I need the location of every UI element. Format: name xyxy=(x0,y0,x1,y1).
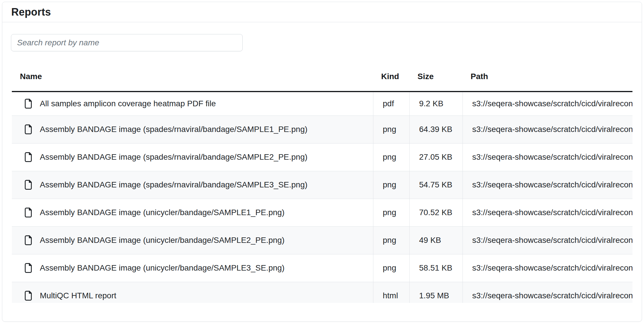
report-name: Assembly BANDAGE image (spades/rnaviral/… xyxy=(40,180,308,189)
file-icon xyxy=(23,207,33,218)
report-size: 58.51 KB xyxy=(409,254,463,282)
report-kind: png xyxy=(373,171,409,199)
table-row[interactable]: Assembly BANDAGE image (unicycler/bandag… xyxy=(12,226,632,254)
table-row[interactable]: Assembly BANDAGE image (spades/rnaviral/… xyxy=(12,143,632,171)
page-title: Reports xyxy=(11,6,51,18)
file-icon xyxy=(23,179,33,190)
report-kind: png xyxy=(373,143,409,171)
report-path: s3://seqera-showcase/scratch/cicd/viralr… xyxy=(463,171,632,199)
report-kind: png xyxy=(373,226,409,254)
reports-table: Name Kind Size Path All samples amplicon… xyxy=(12,62,632,303)
search-input[interactable] xyxy=(11,34,243,51)
reports-card: Reports Name Kind Size Path xyxy=(2,2,642,322)
report-size: 49 KB xyxy=(409,226,463,254)
col-header-path: Path xyxy=(463,62,632,92)
table-header-row: Name Kind Size Path xyxy=(12,62,632,92)
report-path: s3://seqera-showcase/scratch/cicd/viralr… xyxy=(463,143,632,171)
col-header-size: Size xyxy=(409,62,463,92)
file-icon xyxy=(23,235,33,246)
report-path: s3://seqera-showcase/scratch/cicd/viralr… xyxy=(463,226,632,254)
table-row[interactable]: MultiQC HTML report html 1.95 MB s3://se… xyxy=(12,282,632,303)
table-row[interactable]: Assembly BANDAGE image (unicycler/bandag… xyxy=(12,254,632,282)
card-header: Reports xyxy=(2,2,642,22)
reports-table-container[interactable]: Name Kind Size Path All samples amplicon… xyxy=(12,62,632,303)
report-name: MultiQC HTML report xyxy=(40,291,116,300)
report-size: 1.95 MB xyxy=(409,282,463,303)
col-header-kind: Kind xyxy=(373,62,409,92)
file-icon xyxy=(23,98,33,109)
report-name: Assembly BANDAGE image (spades/rnaviral/… xyxy=(40,152,308,162)
report-kind: pdf xyxy=(373,92,409,116)
table-row[interactable]: Assembly BANDAGE image (spades/rnaviral/… xyxy=(12,116,632,143)
file-icon xyxy=(23,152,33,163)
report-name: Assembly BANDAGE image (unicycler/bandag… xyxy=(40,263,284,273)
report-path: s3://seqera-showcase/scratch/cicd/viralr… xyxy=(463,282,632,303)
report-size: 54.75 KB xyxy=(409,171,463,199)
report-path: s3://seqera-showcase/scratch/cicd/viralr… xyxy=(463,116,632,143)
file-icon xyxy=(23,262,33,273)
table-row[interactable]: Assembly BANDAGE image (spades/rnaviral/… xyxy=(12,171,632,199)
report-size: 9.2 KB xyxy=(409,92,463,116)
report-path: s3://seqera-showcase/scratch/cicd/viralr… xyxy=(463,254,632,282)
table-row[interactable]: All samples amplicon coverage heatmap PD… xyxy=(12,92,632,116)
report-kind: png xyxy=(373,116,409,143)
report-path: s3://seqera-showcase/scratch/cicd/viralr… xyxy=(463,92,632,116)
report-size: 64.39 KB xyxy=(409,116,463,143)
report-size: 27.05 KB xyxy=(409,143,463,171)
report-name: All samples amplicon coverage heatmap PD… xyxy=(40,99,216,108)
file-icon xyxy=(23,290,33,301)
file-icon xyxy=(23,124,33,135)
report-path: s3://seqera-showcase/scratch/cicd/viralr… xyxy=(463,199,632,226)
report-name: Assembly BANDAGE image (unicycler/bandag… xyxy=(40,208,284,217)
reports-table-body: All samples amplicon coverage heatmap PD… xyxy=(12,92,632,303)
report-name: Assembly BANDAGE image (spades/rnaviral/… xyxy=(40,125,308,134)
table-row[interactable]: Assembly BANDAGE image (unicycler/bandag… xyxy=(12,199,632,226)
col-header-name: Name xyxy=(12,62,373,92)
card-body: Name Kind Size Path All samples amplicon… xyxy=(2,22,642,303)
report-kind: png xyxy=(373,199,409,226)
report-name: Assembly BANDAGE image (unicycler/bandag… xyxy=(40,236,284,245)
report-kind: html xyxy=(373,282,409,303)
report-size: 70.52 KB xyxy=(409,199,463,226)
report-kind: png xyxy=(373,254,409,282)
